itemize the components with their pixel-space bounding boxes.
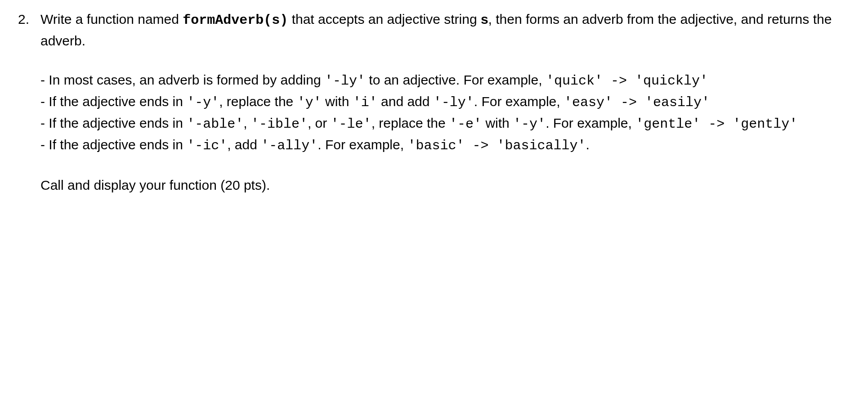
rules-list: - In most cases, an adverb is formed by … [40, 70, 841, 156]
rule-code: '-y' [187, 95, 219, 110]
rule-text: , [243, 116, 251, 130]
rule-text: , replace the [371, 116, 449, 130]
rule-item: - In most cases, an adverb is formed by … [40, 70, 841, 91]
rule-code: '-ally' [261, 138, 318, 153]
rule-text: with [482, 116, 513, 130]
rule-code: '-ic' [187, 138, 227, 153]
rule-code: '-ible' [251, 116, 308, 132]
rule-text: , replace the [219, 94, 297, 109]
rule-text: - If the adjective ends in [40, 94, 187, 109]
rule-item: - If the adjective ends in '-ic', add '-… [40, 134, 841, 156]
question-intro: Write a function named formAdverb(s) tha… [40, 9, 841, 51]
intro-param: s [481, 12, 488, 27]
intro-text-mid: that accepts an adjective string [288, 12, 481, 27]
rule-text: - In most cases, an adverb is formed by … [40, 72, 325, 87]
rule-code: 'quick' -> 'quickly' [546, 73, 708, 89]
question-body: Write a function named formAdverb(s) tha… [40, 9, 841, 195]
rule-code: 'y' [297, 95, 322, 110]
rule-text: . For example, [318, 137, 407, 152]
rule-text: , add [227, 137, 261, 152]
rule-code: '-e' [449, 116, 482, 132]
intro-text-pre: Write a function named [40, 12, 183, 27]
rule-code: 'basic' -> 'basically' [407, 138, 586, 153]
rule-text: . For example, [546, 116, 635, 130]
rule-text: , or [308, 116, 331, 130]
question-number: 2. [13, 9, 40, 29]
rule-text: to an adjective. For example, [365, 72, 546, 87]
rule-text: . [586, 137, 589, 152]
rule-code: '-able' [187, 116, 243, 132]
rule-text: and add [377, 94, 434, 109]
rule-code: 'gentle' -> 'gently' [635, 116, 797, 132]
rule-item: - If the adjective ends in '-y', replace… [40, 91, 841, 113]
rule-item: - If the adjective ends in '-able', '-ib… [40, 113, 841, 134]
rule-text: - If the adjective ends in [40, 137, 187, 152]
rule-code: '-le' [331, 116, 371, 132]
rule-text: with [322, 94, 353, 109]
rule-code: 'i' [353, 95, 377, 110]
closing-instruction: Call and display your function (20 pts). [40, 175, 841, 195]
rule-text: . For example, [474, 94, 564, 109]
rule-text: - If the adjective ends in [40, 116, 187, 130]
rule-code: '-ly' [325, 73, 365, 89]
rule-code: '-ly' [434, 95, 474, 110]
rule-code: 'easy' -> 'easily' [564, 95, 710, 110]
question-2: 2. Write a function named formAdverb(s) … [13, 9, 841, 195]
intro-function-name: formAdverb(s) [183, 13, 288, 28]
rule-code: '-y' [513, 116, 546, 132]
